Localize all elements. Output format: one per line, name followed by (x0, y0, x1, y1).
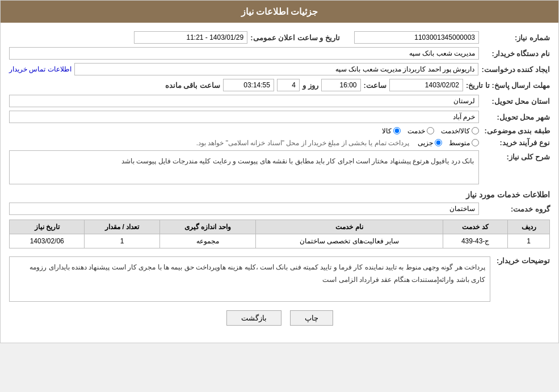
province-field: لرستان (9, 95, 479, 107)
reply-days-label: روز و (302, 81, 318, 90)
buyer-org-field: مدیریت شعب بانک سپه (9, 47, 479, 60)
buyer-org-label: نام دستگاه خریدار: (482, 49, 550, 58)
purchase-option-motavaset[interactable]: متوسط (449, 139, 479, 147)
creator-label: ایجاد کننده درخواست: (481, 65, 550, 74)
category-radio-kala[interactable] (393, 127, 401, 134)
cell-unit: مجموعه (159, 234, 256, 248)
row-city: شهر محل تحویل: خرم آباد (9, 111, 550, 123)
row-buyer-org: نام دستگاه خریدار: مدیریت شعب بانک سپه (9, 47, 550, 60)
purchase-option-jozii-label: جزیی (418, 139, 433, 147)
col-date: تاریخ نیاز (10, 220, 85, 234)
cell-service-code: ج-43-439 (443, 234, 508, 248)
cell-quantity: 1 (85, 234, 159, 248)
col-service-code: کد خدمت (443, 220, 508, 234)
services-table: ردیف کد خدمت نام خدمت واحد اندازه گیری ت… (9, 220, 550, 248)
category-radio-group: کالا/خدمت خدمت کالا (382, 127, 479, 135)
col-quantity: تعداد / مقدار (85, 220, 159, 234)
row-need-number: شماره نیاز: 1103001345000003 تاریخ و ساع… (9, 31, 550, 44)
row-description: شرح کلی نیاز: بانک درد یافیول هرتوع پیشن… (9, 150, 550, 184)
services-info-title: اطلاعات خدمات مورد نیاز (9, 190, 550, 199)
cell-row-num: 1 (508, 234, 550, 248)
cell-date: 1403/02/06 (10, 234, 85, 248)
content-area: شماره نیاز: 1103001345000003 تاریخ و ساع… (1, 23, 558, 343)
remaining-field: 03:14:55 (223, 79, 274, 91)
page-title: جزئیات اطلاعات نیاز (1, 1, 558, 23)
purchase-radio-motavaset[interactable] (472, 139, 479, 146)
row-creator: ایجاد کننده درخواست: داریوش پور احمد کار… (9, 63, 550, 75)
cell-service-name: سایر فعالیت‌های تخصصی ساختمان (256, 234, 443, 248)
category-option-kala-khadamat[interactable]: کالا/خدمت (441, 127, 479, 135)
row-reply-deadline: مهلت ارسال پاسخ: تا تاریخ: 1403/02/02 سا… (9, 79, 550, 91)
row-buyer-notes: توضیحات خریدار: پرداخت هر گونه وجهی منوط… (9, 254, 550, 302)
service-group-label: گروه خدمت: (482, 205, 550, 213)
category-radio-khadamat[interactable] (427, 127, 434, 134)
purchase-note: پرداخت تمام یا بخشی از مبلغ خریدار از مح… (196, 139, 409, 147)
table-row: 1ج-43-439سایر فعالیت‌های تخصصی ساختمانمج… (10, 234, 550, 248)
purchase-type-label: نوع فرآیند خرید: (482, 138, 550, 147)
col-unit: واحد اندازه گیری (159, 220, 256, 234)
purchase-radio-jozii[interactable] (435, 139, 442, 146)
need-number-label: شماره نیاز: (482, 33, 550, 42)
service-group-field: ساختمان (9, 203, 479, 215)
category-option-khadamat[interactable]: خدمت (407, 127, 434, 135)
buyer-notes-label: توضیحات خریدار: (493, 254, 550, 265)
reply-time-label: ساعت: (364, 81, 386, 90)
col-row-num: ردیف (508, 220, 550, 234)
reply-date-field: 1403/02/02 (389, 79, 463, 91)
reply-deadline-label: مهلت ارسال پاسخ: تا تاریخ: (466, 81, 550, 90)
creator-field: داریوش پور احمد کاربرداز مدیریت شعب بانک… (74, 63, 479, 75)
reply-days-field: 4 (277, 79, 300, 91)
row-province: استان محل تحویل: لرستان (9, 95, 550, 107)
page-container: جزئیات اطلاعات نیاز شماره نیاز: 11030013… (0, 0, 559, 343)
col-service-name: نام خدمت (256, 220, 443, 234)
category-radio-kala-khadamat[interactable] (472, 127, 479, 134)
description-field: بانک درد یافیول هرتوع پیشنهاد مختار است … (9, 150, 479, 184)
city-label: شهر محل تحویل: (482, 113, 550, 121)
purchase-option-jozii[interactable]: جزیی (418, 139, 442, 147)
category-option-kala-khadamat-label: کالا/خدمت (441, 127, 470, 135)
button-row: چاپ بازگشت (9, 310, 550, 334)
row-service-group: گروه خدمت: ساختمان (9, 203, 550, 215)
description-label: شرح کلی نیاز: (482, 150, 550, 161)
category-option-khadamat-label: خدمت (407, 127, 425, 135)
row-category: طبقه بندی موضوعی: کالا/خدمت خدمت کالا (9, 127, 550, 135)
announcement-date-label: تاریخ و ساعت اعلان عمومی: (250, 33, 340, 42)
print-button[interactable]: چاپ (290, 310, 333, 326)
announcement-date-field: 1403/01/29 - 11:21 (134, 31, 247, 44)
category-label: طبقه بندی موضوعی: (482, 127, 550, 135)
reply-time-field: 16:00 (321, 79, 361, 91)
row-purchase-type: نوع فرآیند خرید: متوسط جزیی پرداخت تمام … (9, 138, 550, 147)
need-number-field: 1103001345000003 (354, 31, 479, 44)
remaining-label: ساعت باقی مانده (165, 81, 220, 90)
back-button[interactable]: بازگشت (226, 310, 281, 326)
province-label: استان محل تحویل: (482, 97, 550, 106)
city-field: خرم آباد (9, 111, 479, 123)
category-option-kala[interactable]: کالا (382, 127, 401, 135)
purchase-option-motavaset-label: متوسط (449, 139, 470, 147)
buyer-notes-field: پرداخت هر گونه وجهی منوط به تایید نمایند… (9, 256, 490, 302)
contact-link[interactable]: اطلاعات تماس خریدار (9, 65, 72, 73)
category-option-kala-label: کالا (382, 127, 392, 135)
purchase-type-radio-group: متوسط جزیی (418, 139, 479, 147)
